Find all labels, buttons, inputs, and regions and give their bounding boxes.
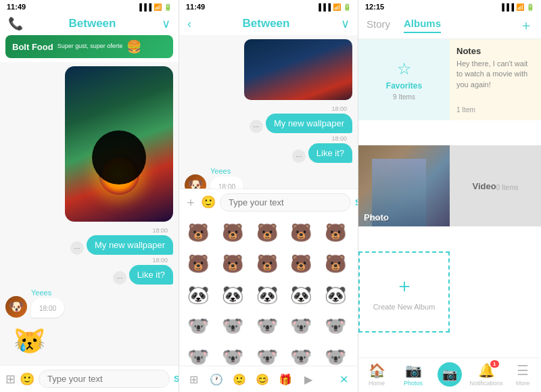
sticker-nav-close[interactable]: ✕ [333, 369, 354, 389]
sticker-12[interactable]: 🐼 [218, 280, 248, 310]
create-album-cell[interactable]: ＋ Create New Album [358, 251, 450, 333]
video-count: 0 Items [496, 184, 519, 191]
sticker-20[interactable]: 🐨 [321, 312, 350, 341]
status-icons-1: ▐▐▐ 📶 🔋 [137, 3, 172, 11]
status-bar-1: 11:49 ▐▐▐ 📶 🔋 [0, 0, 179, 14]
nav-more[interactable]: ☰ More [504, 362, 541, 387]
sticker-8[interactable]: 🐻 [252, 249, 282, 279]
status-icons-2: ▐▐▐ 📶 🔋 [316, 3, 351, 11]
nav-notifications[interactable]: 🔔 1 Notifications [468, 362, 504, 387]
camera-button[interactable]: 📷 [438, 362, 462, 387]
back-icon[interactable]: ‹ [187, 17, 191, 31]
sticker-nav-clock[interactable]: 🕐 [206, 369, 227, 389]
more-icon: ☰ [517, 362, 529, 378]
sticker-nav-grid[interactable]: ⊞ [183, 369, 204, 389]
status-icons-3: ▐▐▐ 📶 🔋 [500, 3, 534, 11]
sticker-24[interactable]: 🐨 [286, 343, 316, 366]
wallpaper-image [65, 66, 173, 222]
sticker-4[interactable]: 🐻 [286, 218, 316, 248]
msg-time: 18:00 [5, 227, 168, 234]
ad-image: 🍔 [126, 39, 141, 54]
signal-icon-3: ▐▐▐ [500, 3, 514, 11]
home-icon: 🏠 [369, 362, 385, 378]
sticker-nav-emoji[interactable]: 🙂 [229, 369, 250, 389]
sender-name: Yeees [31, 289, 64, 297]
sticker-18[interactable]: 🐨 [252, 312, 282, 341]
chat-input-1[interactable] [39, 370, 170, 388]
p2-received-bubble: 18:00 [210, 176, 243, 189]
grid-icon[interactable]: ⊞ [5, 372, 16, 387]
more-label: More [516, 380, 530, 387]
input-bar-1: ⊞ 🙂 Send [0, 365, 179, 392]
ad-text: Super gust, super oferte [57, 43, 123, 51]
p2-plus-icon[interactable]: ＋ [185, 194, 197, 210]
album-photo[interactable]: Photo 8 Items [358, 145, 450, 226]
name-bubble-group: Yeees 18:00 [31, 289, 64, 318]
more-btn-2[interactable]: ··· [113, 271, 126, 285]
album-video[interactable]: Video 0 Items [450, 145, 541, 226]
call-icon[interactable]: 📞 [8, 16, 23, 31]
p2-more-btn-1[interactable]: ··· [250, 120, 263, 133]
battery-icon: 🔋 [164, 3, 172, 11]
sticker-13[interactable]: 🐼 [252, 280, 282, 310]
sticker-19[interactable]: 🐨 [286, 312, 316, 341]
tab-story[interactable]: Story [367, 18, 390, 32]
p2-emoji-icon[interactable]: 🙂 [201, 195, 216, 210]
sticker-cat: 😿 [5, 320, 53, 361]
sticker-1[interactable]: 🐻 [183, 218, 213, 248]
sticker-nav-gift[interactable]: 🎁 [275, 369, 296, 389]
dark-wallpaper-thumb [244, 39, 352, 100]
create-plus-icon: ＋ [395, 273, 414, 299]
camera-icon: 📷 [442, 367, 457, 382]
sticker-10[interactable]: 🐻 [321, 249, 350, 279]
sticker-16[interactable]: 🐨 [183, 312, 213, 341]
sticker-25[interactable]: 🐨 [321, 343, 350, 366]
sticker-6[interactable]: 🐻 [183, 249, 213, 279]
status-time-3: 12:15 [365, 3, 384, 11]
album-favorites[interactable]: ☆ Favorites 9 Items [358, 39, 450, 120]
sticker-5[interactable]: 🐻 [321, 218, 350, 248]
notification-badge-container: 🔔 1 [478, 362, 495, 378]
add-album-button[interactable]: ＋ [519, 16, 533, 34]
bubble-sent-2: Like it? [129, 265, 173, 285]
tab-albums[interactable]: Albums [404, 18, 441, 33]
chat-input-2[interactable] [220, 193, 351, 212]
more-btn-1[interactable]: ··· [70, 241, 84, 255]
favorites-count: 9 Items [393, 93, 415, 101]
sticker-22[interactable]: 🐨 [218, 343, 248, 366]
nav-camera[interactable]: 📷 [431, 362, 468, 387]
avatar-2: 🐶 [185, 174, 206, 189]
ad-banner[interactable]: Bolt Food Super gust, super oferte 🍔 [5, 35, 173, 58]
battery-icon-3: 🔋 [526, 3, 534, 11]
panel-chat-1: 11:49 ▐▐▐ 📶 🔋 📞 Between ∨ Bolt Food Supe… [0, 0, 179, 392]
sticker-15[interactable]: 🐼 [321, 280, 350, 310]
sticker-nav-face[interactable]: 😊 [252, 369, 273, 389]
sticker-17[interactable]: 🐨 [218, 312, 248, 341]
sticker-nav-arrow[interactable]: ▶ [298, 369, 319, 389]
sticker-14[interactable]: 🐼 [286, 280, 316, 310]
dropdown-icon[interactable]: ∨ [162, 16, 170, 31]
bubble-row-sent-2: ··· Like it? [5, 265, 173, 285]
dropdown-icon-2[interactable]: ∨ [341, 16, 350, 31]
photos-label: Photos [404, 380, 423, 387]
album-notes[interactable]: Notes Hey there, I can't wait to watch a… [450, 39, 541, 120]
create-label: Create New Album [373, 303, 436, 311]
sticker-21[interactable]: 🐨 [183, 343, 213, 366]
chat-area-2: 18:00 ··· My new wallpaper 18:00 ··· Lik… [179, 35, 358, 189]
p2-more-btn-2[interactable]: ··· [292, 149, 306, 163]
sticker-11[interactable]: 🐼 [183, 280, 213, 310]
bubble-row-sent-1: ··· My new wallpaper [5, 235, 173, 255]
bottom-nav: 🏠 Home 📷 Photos 📷 🔔 1 Notifications ☰ Mo… [358, 358, 541, 392]
nav-bar-1: 📞 Between ∨ [0, 14, 179, 35]
sticker-9[interactable]: 🐻 [286, 249, 316, 279]
emoji-icon[interactable]: 🙂 [20, 372, 34, 387]
send-button-1[interactable]: Send [174, 374, 179, 384]
sticker-3[interactable]: 🐻 [252, 218, 282, 248]
sticker-2[interactable]: 🐻 [218, 218, 248, 248]
nav-home[interactable]: 🏠 Home [358, 362, 395, 387]
sticker-7[interactable]: 🐻 [218, 249, 248, 279]
p2-bubble-2: Like it? [308, 143, 352, 163]
nav-photos[interactable]: 📷 Photos [395, 362, 431, 387]
sticker-nav: ⊞ 🕐 🙂 😊 🎁 ▶ ✕ [179, 366, 358, 392]
sticker-23[interactable]: 🐨 [252, 343, 282, 366]
